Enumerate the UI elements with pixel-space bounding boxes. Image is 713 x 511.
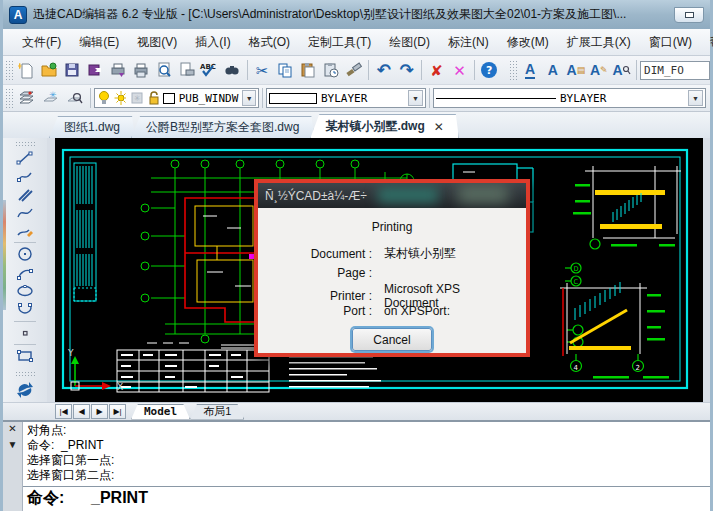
app-window: 迅捷CAD编辑器 6.2 专业版 - [C:\Users\Administrat… <box>0 0 713 511</box>
menu-custom-tools[interactable]: 定制工具(T) <box>299 30 380 55</box>
command-collapse-icon[interactable]: ▼ <box>8 440 18 450</box>
erase-button[interactable]: ✕ <box>448 58 471 82</box>
plot-export-button[interactable] <box>106 58 129 82</box>
tab-nav-next-button[interactable]: ▶ <box>91 404 108 419</box>
doc-tab-drawing1[interactable]: 图纸1.dwg <box>49 116 135 138</box>
document-tab-bar: 图纸1.dwg 公爵B型别墅方案全套图.dwg 某村镇小别墅.dwg✕ <box>3 112 710 138</box>
print-preview-button[interactable] <box>152 58 175 82</box>
menu-insert[interactable]: 插入(I) <box>186 30 239 55</box>
sketch-tool-button[interactable] <box>12 222 38 240</box>
new-file-button[interactable] <box>15 58 38 82</box>
undo-button[interactable]: ↶ <box>372 58 395 82</box>
menu-draw[interactable]: 绘图(D) <box>380 30 439 55</box>
menu-modify[interactable]: 修改(M) <box>498 30 558 55</box>
edit-text-button[interactable]: A✎ <box>587 58 610 82</box>
command-history-line: 命令: _PRINT <box>27 438 706 453</box>
text-style-button[interactable]: A <box>519 58 542 82</box>
tab-close-icon[interactable]: ✕ <box>434 120 444 134</box>
doc-tab-label: 某村镇小别墅.dwg <box>325 118 424 135</box>
toolbar-grip[interactable] <box>15 141 35 147</box>
color-dropdown-arrow-icon[interactable]: ▼ <box>408 90 423 106</box>
format-painter-button[interactable] <box>343 58 366 82</box>
paste-button[interactable] <box>297 58 320 82</box>
save-button[interactable] <box>60 58 83 82</box>
help-button[interactable]: ? <box>478 58 501 82</box>
layer-combo[interactable]: ✳ PUB_WINDW ▼ <box>94 88 259 108</box>
find-text-button[interactable]: A <box>610 58 633 82</box>
tab-nav-first-button[interactable]: |◀ <box>55 404 72 419</box>
menu-file[interactable]: 文件(F) <box>13 30 70 55</box>
circle-tool-button[interactable] <box>12 245 38 263</box>
page-setup-button[interactable] <box>175 58 198 82</box>
cancel-button[interactable]: Cancel <box>352 328 432 351</box>
command-history-line: 选择窗口第二点: <box>27 468 706 483</box>
linetype-preview <box>436 98 556 99</box>
doc-tab-village-villa[interactable]: 某村镇小别墅.dwg✕ <box>310 114 458 138</box>
cut-button[interactable]: ✂ <box>251 58 274 82</box>
menu-dimension[interactable]: 标注(N) <box>439 30 498 55</box>
line-tool-button[interactable] <box>12 149 38 167</box>
command-panel: ✕ ▼ 对角点: 命令: _PRINT 选择窗口第一点: 选择窗口第二点: 命令… <box>3 420 710 511</box>
magnifier-icon <box>623 65 631 75</box>
print-button[interactable] <box>129 58 152 82</box>
tab-nav-prev-button[interactable]: ◀ <box>73 404 90 419</box>
toolbar-grip[interactable] <box>5 88 13 108</box>
spline-tool-button[interactable] <box>12 204 38 222</box>
text-style-field[interactable] <box>640 61 710 80</box>
command-input[interactable]: 命令: _PRINT <box>23 487 710 511</box>
linetype-dropdown-arrow-icon[interactable]: ▼ <box>688 90 703 106</box>
menu-format[interactable]: 格式(O) <box>240 30 299 55</box>
command-main: 对角点: 命令: _PRINT 选择窗口第一点: 选择窗口第二点: 命令: _P… <box>23 422 710 511</box>
command-history[interactable]: 对角点: 命令: _PRINT 选择窗口第一点: 选择窗口第二点: <box>23 422 710 487</box>
open-file-button[interactable] <box>38 58 61 82</box>
menu-view[interactable]: 视图(V) <box>128 30 186 55</box>
layer-dropdown-arrow-icon[interactable]: ▼ <box>242 90 256 106</box>
toolbar-grip[interactable] <box>509 60 517 80</box>
rectangle-tool-button[interactable] <box>12 347 38 365</box>
toolbar-separator <box>14 242 36 243</box>
single-text-button[interactable]: A <box>541 58 564 82</box>
color-combo[interactable]: BYLAYER ▼ <box>266 88 426 108</box>
copy-button[interactable] <box>274 58 297 82</box>
minimize-button[interactable] <box>674 7 704 23</box>
layer-manager-button[interactable] <box>15 86 39 110</box>
menu-window[interactable]: 窗口(W) <box>640 30 701 55</box>
ucs-icon: Y X <box>67 348 123 392</box>
dialog-title-bar[interactable]: Ñ¸½ÝCAD±à¼-Æ÷ <box>258 183 526 208</box>
polyline-tool-button[interactable] <box>12 167 38 185</box>
find-button[interactable] <box>221 58 244 82</box>
toolbar-grip[interactable] <box>5 60 13 80</box>
pencil-icon: ✎ <box>600 65 608 75</box>
menu-edit[interactable]: 编辑(E) <box>70 30 128 55</box>
tab-nav-last-button[interactable]: ▶| <box>109 404 126 419</box>
layer-freeze-button[interactable]: ✳ <box>39 86 63 110</box>
spell-check-button[interactable]: ABC <box>198 58 221 82</box>
ellipse-tool-button[interactable] <box>12 282 38 300</box>
command-panel-controls: ✕ ▼ <box>3 422 23 511</box>
menu-express-tools[interactable]: 扩展工具(X) <box>558 30 640 55</box>
linetype-combo[interactable]: BYLAYER ▼ <box>433 88 706 108</box>
toolbar-grip[interactable] <box>15 371 35 377</box>
toolbar-separator <box>368 60 369 80</box>
linetype-value: BYLAYER <box>560 92 606 105</box>
refresh-tool-button[interactable] <box>12 379 38 402</box>
point-tool-button[interactable] <box>12 324 38 342</box>
toolbar-separator <box>429 88 430 108</box>
model-tab[interactable]: Model <box>131 404 190 420</box>
paste-special-button[interactable] <box>320 58 343 82</box>
layer-walk-button[interactable] <box>63 86 87 110</box>
parallel-lines-tool-button[interactable] <box>12 185 38 203</box>
redo-button[interactable]: ↷ <box>395 58 418 82</box>
port-value: on XPSPort: <box>384 304 516 318</box>
command-close-icon[interactable]: ✕ <box>8 424 16 434</box>
toolbar-separator <box>636 60 637 80</box>
layout1-tab[interactable]: 布局1 <box>190 404 244 420</box>
export-acis-button[interactable] <box>83 58 106 82</box>
ellipse-arc-tool-button[interactable] <box>12 300 38 318</box>
doc-tab-duke-villa[interactable]: 公爵B型别墅方案全套图.dwg <box>131 116 314 138</box>
page-label: Page : <box>268 266 372 280</box>
delete-button[interactable]: ✘ <box>425 58 448 82</box>
menu-help[interactable]: 帮助(H) <box>701 30 713 55</box>
text-list-button[interactable]: A▤ <box>564 58 587 82</box>
arc-tool-button[interactable] <box>12 264 38 282</box>
